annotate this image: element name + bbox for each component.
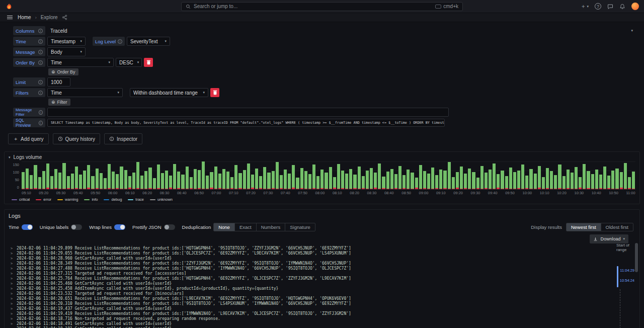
log-row[interactable]: >2024-02-06 11:04:18.491GetCartAsync cal… xyxy=(11,321,593,326)
log-row[interactable]: >2024-02-06 11:04:23.532Targeted ad requ… xyxy=(11,291,593,296)
bar-segment-error xyxy=(255,189,258,189)
expand-log-icon[interactable]: > xyxy=(11,286,14,291)
expand-log-icon[interactable]: > xyxy=(11,276,14,281)
time-select[interactable]: Timestamp ▾ xyxy=(47,37,86,46)
search-input[interactable]: Search or jump to... cmd+k xyxy=(181,2,463,11)
log-row[interactable]: >2024-02-06 11:04:19.419Receive ListReco… xyxy=(11,311,593,316)
display-option-oldest-first[interactable]: Oldest first xyxy=(601,223,633,231)
dedup-option-exact[interactable]: Exact xyxy=(234,223,256,231)
expand-log-icon[interactable]: > xyxy=(11,261,14,266)
info-icon[interactable]: i xyxy=(38,29,43,33)
expand-log-icon[interactable]: > xyxy=(11,321,14,326)
help-icon[interactable]: ? xyxy=(595,3,601,10)
info-icon[interactable]: i xyxy=(38,39,43,44)
log-row[interactable]: >2024-02-06 11:04:27.488Receive ListReco… xyxy=(11,266,593,271)
bar-segment-error xyxy=(300,188,303,189)
expand-log-icon[interactable]: > xyxy=(11,311,14,316)
logs-volume-header[interactable]: ▾ Logs volume xyxy=(9,154,635,160)
bar-segment-info xyxy=(374,173,377,188)
info-icon[interactable]: i xyxy=(39,121,43,125)
remove-filter-button[interactable] xyxy=(210,88,219,97)
scrollbar-thumb[interactable] xyxy=(635,243,638,272)
share-icon[interactable] xyxy=(62,15,67,20)
expand-log-icon[interactable]: > xyxy=(11,316,14,321)
time-toggle-control: Time xyxy=(9,224,33,230)
expand-log-icon[interactable]: > xyxy=(11,266,14,271)
log-row[interactable]: >2024-02-06 11:04:28.349Receive ListReco… xyxy=(11,261,593,266)
expand-log-icon[interactable]: > xyxy=(11,306,14,311)
legend-item-error[interactable]: error xyxy=(36,197,51,202)
info-icon[interactable]: i xyxy=(38,50,43,54)
message-select[interactable]: Body ▾ xyxy=(47,47,86,56)
time-toggle[interactable] xyxy=(22,224,33,230)
info-icon[interactable]: i xyxy=(39,110,43,115)
expand-log-icon[interactable]: > xyxy=(11,251,14,256)
legend-item-trace[interactable]: trace xyxy=(128,197,144,202)
inspector-button[interactable]: Inspector xyxy=(104,133,142,144)
expand-log-icon[interactable]: > xyxy=(11,256,14,261)
info-icon[interactable]: i xyxy=(38,91,43,95)
wrap-lines-toggle[interactable] xyxy=(114,224,125,230)
dedup-option-none[interactable]: None xyxy=(214,223,234,231)
user-avatar[interactable] xyxy=(631,3,639,10)
volume-bar xyxy=(194,169,197,189)
display-option-newest-first[interactable]: Newest first xyxy=(567,223,601,231)
order-by-field-select[interactable]: Time ▾ xyxy=(47,58,114,67)
log-row[interactable]: >2024-02-06 11:04:25.460GetCartAsync cal… xyxy=(11,281,593,286)
log-row[interactable]: >2024-02-06 11:04:25.458AddItemAsync cal… xyxy=(11,286,593,291)
remove-order-by-button[interactable] xyxy=(144,58,153,67)
expand-log-icon[interactable]: > xyxy=(11,291,14,296)
log-row[interactable]: >2024-02-06 11:04:18.716Non-targeted ad … xyxy=(11,316,593,321)
legend-item-debug[interactable]: debug xyxy=(104,197,122,202)
add-filter-button[interactable]: ⊕ Filter xyxy=(48,99,70,106)
expand-log-icon[interactable]: > xyxy=(11,281,14,286)
mega-menu-toggle-icon[interactable] xyxy=(7,17,13,18)
query-history-button[interactable]: Query history xyxy=(53,133,100,144)
dedup-option-numbers[interactable]: Numbers xyxy=(256,223,285,231)
info-icon[interactable]: i xyxy=(38,60,43,65)
order-by-field-value: Time xyxy=(51,60,62,65)
grafana-logo[interactable] xyxy=(5,3,13,11)
order-by-direction-select[interactable]: DESC ▾ xyxy=(116,58,142,67)
log-row[interactable]: >2024-02-06 11:04:20.651Receive ListReco… xyxy=(11,296,593,301)
limit-input[interactable] xyxy=(47,77,70,87)
legend-item-info[interactable]: info xyxy=(84,197,98,202)
logs-volume-plot[interactable] xyxy=(22,162,635,190)
expand-log-icon[interactable]: > xyxy=(11,301,14,306)
legend-item-warning[interactable]: warning xyxy=(57,197,78,202)
download-button[interactable]: Download ▾ xyxy=(590,234,628,243)
prettify-json-toggle[interactable] xyxy=(164,224,175,230)
dedup-option-signature[interactable]: Signature xyxy=(285,223,315,231)
info-icon[interactable]: i xyxy=(118,39,122,44)
log-timestamp: 2024-02-06 11:04:25.458 xyxy=(17,286,72,291)
filter-operator-select[interactable]: Within dashboard time range ▾ xyxy=(130,88,208,97)
add-query-button[interactable]: ＋ Add query xyxy=(8,133,49,144)
log-row[interactable]: >2024-02-06 11:04:20.310Receive ListReco… xyxy=(11,301,593,306)
legend-item-critical[interactable]: critical xyxy=(12,197,30,202)
info-icon[interactable]: i xyxy=(38,80,43,85)
unique-labels-toggle[interactable] xyxy=(71,224,82,230)
filter-field-select[interactable]: Time ▾ xyxy=(47,88,123,97)
columns-select[interactable]: TraceId ▾ xyxy=(47,26,636,35)
expand-log-icon[interactable]: > xyxy=(11,271,14,276)
log-row[interactable]: >2024-02-06 11:04:19.437GetCartAsync cal… xyxy=(11,306,593,311)
expand-log-icon[interactable]: > xyxy=(11,296,14,301)
log-row[interactable]: >2024-02-06 11:04:27.315Targeted ad requ… xyxy=(11,271,593,276)
news-icon[interactable] xyxy=(607,4,613,10)
legend-item-unknown[interactable]: unknown xyxy=(150,197,173,202)
legend-label: info xyxy=(92,197,98,202)
log-row[interactable]: >2024-02-06 11:04:29.899Receive ListReco… xyxy=(11,246,593,251)
log-row[interactable]: >2024-02-06 11:04:29.055Receive ListReco… xyxy=(11,251,593,256)
add-order-by-button[interactable]: ⊕ Order By xyxy=(48,68,78,75)
message-filter-input[interactable] xyxy=(47,108,449,117)
notifications-bell-icon[interactable] xyxy=(619,4,625,10)
log-row[interactable]: >2024-02-06 11:04:28.960GetCartAsync cal… xyxy=(11,256,593,261)
time-range-scrubber[interactable] xyxy=(617,266,618,287)
expand-log-icon[interactable]: > xyxy=(11,246,14,251)
log-level-select[interactable]: SeverityText ▾ xyxy=(127,37,170,46)
y-tick-label: 50 xyxy=(15,178,19,182)
breadcrumb-home[interactable]: Home xyxy=(18,15,31,20)
log-row[interactable]: >2024-02-06 11:04:25.764Receive ListReco… xyxy=(11,276,593,281)
new-item-button[interactable]: ＋▾ xyxy=(580,3,589,10)
plus-circle-icon: ⊕ xyxy=(51,100,55,105)
